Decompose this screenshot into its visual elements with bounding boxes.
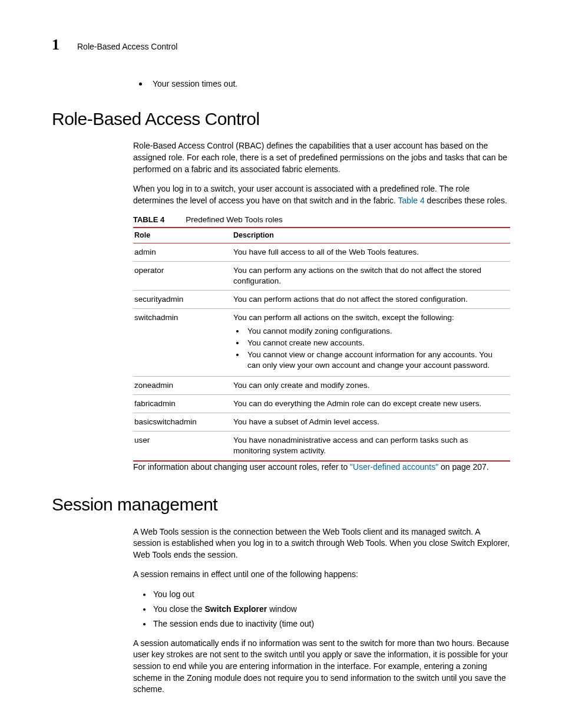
- cell-desc: You can only create and modify zones.: [232, 376, 510, 394]
- cell-desc: You have full access to all of the Web T…: [232, 243, 510, 261]
- bold-text: Switch Explorer: [204, 604, 267, 614]
- cell-desc-text: You can perform all actions on the switc…: [233, 313, 454, 322]
- cell-role: switchadmin: [133, 309, 232, 376]
- bullet-icon: [139, 83, 142, 85]
- col-desc-header: Description: [232, 228, 510, 243]
- text: window: [267, 604, 297, 614]
- table-row: admin You have full access to all of the…: [133, 243, 510, 261]
- chapter-title: Role-Based Access Control: [77, 41, 177, 52]
- chapter-number: 1: [52, 34, 59, 55]
- cell-desc: You can perform any actions on the switc…: [232, 261, 510, 290]
- list-item-text: Your session times out.: [153, 78, 237, 90]
- session-body: A Web Tools session is the connection be…: [133, 526, 510, 696]
- table-row: user You have nonadministrative access a…: [133, 431, 510, 461]
- list-item: The session ends due to inactivity (time…: [152, 618, 510, 630]
- table-title: Predefined Web Tools roles: [186, 215, 283, 224]
- list-item: You close the Switch Explorer window: [152, 604, 510, 615]
- table-row: operator You can perform any actions on …: [133, 261, 510, 290]
- cell-role: basicswitchadmin: [133, 413, 232, 431]
- cell-role: securityadmin: [133, 291, 232, 309]
- cell-role: admin: [133, 243, 232, 261]
- cell-desc: You can perform actions that do not affe…: [232, 291, 510, 309]
- rbac-body: Role-Based Access Control (RBAC) defines…: [133, 140, 510, 473]
- cell-role: fabricadmin: [133, 394, 232, 413]
- text: on page 207.: [438, 462, 489, 472]
- page: 1 Role-Based Access Control Your session…: [0, 0, 562, 728]
- table-label: TABLE 4: [133, 215, 164, 224]
- table-row: basicswitchadmin You have a subset of Ad…: [133, 413, 510, 431]
- col-role-header: Role: [133, 228, 232, 243]
- cell-desc: You have nonadministrative access and ca…: [232, 431, 510, 461]
- table-4-link[interactable]: Table 4: [398, 196, 425, 205]
- paragraph: A session remains in effect until one of…: [133, 569, 510, 581]
- paragraph: When you log in to a switch, your user a…: [133, 183, 510, 206]
- continuation-bullet-list: Your session times out.: [139, 78, 510, 90]
- section-heading-rbac: Role-Based Access Control: [52, 107, 510, 131]
- cell-desc: You can perform all actions on the switc…: [232, 309, 510, 376]
- table-header-row: Role Description: [133, 228, 510, 243]
- paragraph: Role-Based Access Control (RBAC) defines…: [133, 140, 510, 175]
- list-item: You cannot view or change account inform…: [245, 350, 507, 371]
- paragraph: For information about changing user acco…: [133, 462, 510, 473]
- list-item: You cannot create new accounts.: [245, 338, 507, 348]
- text: describes these roles.: [425, 196, 507, 205]
- table-row: fabricadmin You can do everything the Ad…: [133, 394, 510, 413]
- list-item: Your session times out.: [139, 78, 510, 90]
- section-heading-session: Session management: [52, 493, 510, 517]
- cell-role: operator: [133, 261, 232, 290]
- paragraph: A session automatically ends if no infor…: [133, 638, 510, 696]
- running-header: 1 Role-Based Access Control: [52, 34, 510, 55]
- list-item: You log out: [152, 589, 510, 600]
- cell-role: zoneadmin: [133, 376, 232, 394]
- table-row: switchadmin You can perform all actions …: [133, 309, 510, 376]
- roles-table: Role Description admin You have full acc…: [133, 227, 510, 462]
- text: For information about changing user acco…: [133, 462, 350, 472]
- user-defined-accounts-link[interactable]: "User-defined accounts": [350, 462, 438, 472]
- cell-desc: You can do everything the Admin role can…: [232, 394, 510, 413]
- cell-role: user: [133, 431, 232, 461]
- table-row: zoneadmin You can only create and modify…: [133, 376, 510, 394]
- text: You close the: [153, 604, 204, 614]
- cell-sublist: You cannot modify zoning configurations.…: [233, 326, 507, 371]
- paragraph: A Web Tools session is the connection be…: [133, 526, 510, 561]
- cell-desc: You have a subset of Admin level access.: [232, 413, 510, 431]
- list-item: You cannot modify zoning configurations.: [245, 326, 507, 337]
- table-caption: TABLE 4Predefined Web Tools roles: [133, 215, 510, 225]
- session-bullet-list: You log out You close the Switch Explore…: [133, 589, 510, 630]
- table-row: securityadmin You can perform actions th…: [133, 291, 510, 309]
